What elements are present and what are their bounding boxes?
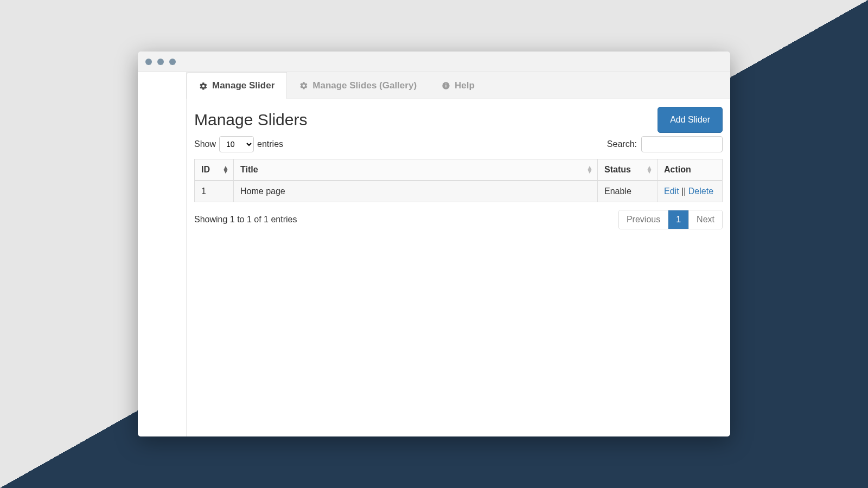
gear-icon [199,80,208,91]
info-icon [442,80,450,91]
sort-icon: ▲▼ [646,166,653,174]
entries-per-page-select[interactable]: 10 [219,136,254,152]
sort-icon: ▲▼ [222,166,229,174]
cell-title: Home page [234,181,598,202]
window-dot [145,59,152,65]
search-label: Search: [607,139,637,149]
tab-manage-slider[interactable]: Manage Slider [187,72,287,99]
window-dot [157,59,164,65]
table-row: 1 Home page Enable Edit || Delete [195,181,723,202]
column-header-action: Action [658,159,723,181]
svg-rect-1 [445,85,446,88]
column-header-title[interactable]: Title ▲▼ [234,159,598,181]
pagination-previous[interactable]: Previous [619,210,668,229]
length-entries-label: entries [257,139,283,149]
tab-manage-slides-gallery[interactable]: Manage Slides (Gallery) [287,72,429,99]
add-slider-button[interactable]: Add Slider [658,107,723,133]
search-input[interactable] [641,136,723,152]
tabstrip: Manage Slider Manage Slides (Gallery) He… [187,72,730,99]
delete-link[interactable]: Delete [688,187,713,196]
edit-link[interactable]: Edit [664,187,679,196]
cell-status: Enable [598,181,658,202]
left-gutter [138,72,187,436]
window-titlebar [138,52,730,72]
svg-rect-2 [445,84,446,84]
length-show-label: Show [194,139,216,149]
column-header-id[interactable]: ID ▲▼ [195,159,234,181]
window-dot [169,59,176,65]
pagination: Previous 1 Next [618,210,723,229]
tab-label: Help [455,80,475,91]
cell-action: Edit || Delete [658,181,723,202]
pagination-page-current[interactable]: 1 [668,210,688,229]
pagination-next[interactable]: Next [688,210,722,229]
cell-id: 1 [195,181,234,202]
table-info-text: Showing 1 to 1 of 1 entries [194,215,297,224]
tab-label: Manage Slides (Gallery) [312,80,417,91]
column-header-status[interactable]: Status ▲▼ [598,159,658,181]
tab-label: Manage Slider [212,80,275,91]
gear-icon [299,80,308,91]
page-title: Manage Sliders [194,111,307,129]
sort-icon: ▲▼ [586,166,593,174]
sliders-table: ID ▲▼ Title ▲▼ Status ▲▼ [194,159,723,202]
action-separator: || [681,187,688,196]
tab-help[interactable]: Help [429,72,487,99]
app-window: Manage Slider Manage Slides (Gallery) He… [138,52,730,436]
